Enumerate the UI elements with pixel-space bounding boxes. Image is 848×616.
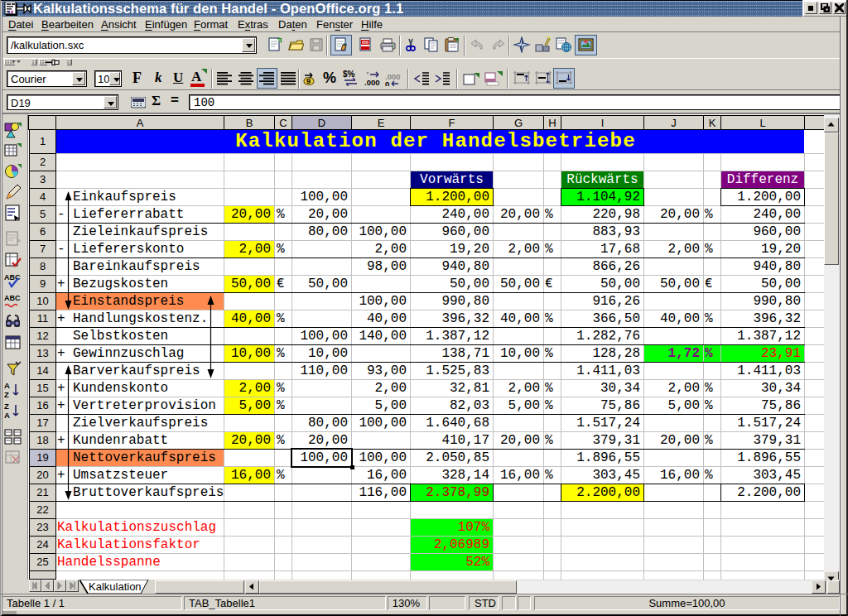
svg-text:ABC: ABC — [4, 294, 21, 302]
svg-text:ABC: ABC — [4, 273, 21, 282]
svg-text:0: 0 — [385, 79, 389, 86]
svg-text:9: 9 — [306, 77, 311, 85]
svg-text:A: A — [4, 411, 10, 420]
svg-text:A: A — [4, 381, 10, 390]
svg-text:$%: $% — [343, 70, 355, 79]
svg-text:Z: Z — [4, 402, 9, 411]
svg-text:.000: .000 — [364, 78, 380, 86]
svg-text:Z: Z — [4, 390, 9, 399]
